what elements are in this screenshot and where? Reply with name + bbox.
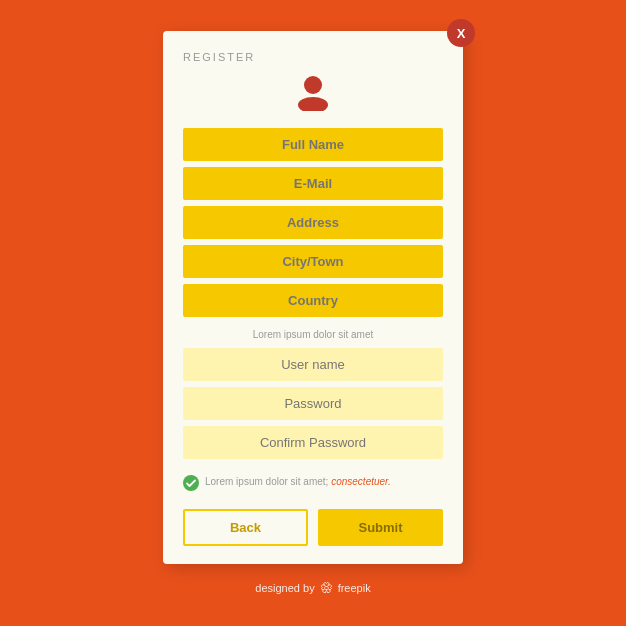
confirm-password-input[interactable]	[183, 426, 443, 459]
footer: designed by 🏵 freepik	[255, 580, 370, 595]
register-title: REGISTER	[183, 51, 443, 63]
svg-point-0	[304, 76, 322, 94]
footer-brand: freepik	[338, 582, 371, 594]
checkbox-label: Lorem ipsum dolor sit amet; consectetuer…	[205, 475, 391, 489]
close-button[interactable]: X	[447, 19, 475, 47]
city-input[interactable]	[183, 245, 443, 278]
lorem-text-1: Lorem ipsum dolor sit amet	[183, 329, 443, 340]
checkbox-icon[interactable]	[183, 475, 199, 495]
address-input[interactable]	[183, 206, 443, 239]
avatar-icon	[295, 73, 331, 116]
register-card: X REGISTER Lorem ipsum dolor sit amet Lo…	[163, 31, 463, 564]
password-input[interactable]	[183, 387, 443, 420]
svg-point-2	[183, 475, 199, 491]
submit-button[interactable]: Submit	[318, 509, 443, 546]
checkbox-link[interactable]: consectetuer.	[331, 476, 391, 487]
full-name-input[interactable]	[183, 128, 443, 161]
svg-point-1	[298, 97, 328, 111]
email-input[interactable]	[183, 167, 443, 200]
footer-text: designed by	[255, 582, 314, 594]
freepik-icon: 🏵	[320, 580, 333, 595]
country-input[interactable]	[183, 284, 443, 317]
username-input[interactable]	[183, 348, 443, 381]
back-button[interactable]: Back	[183, 509, 308, 546]
